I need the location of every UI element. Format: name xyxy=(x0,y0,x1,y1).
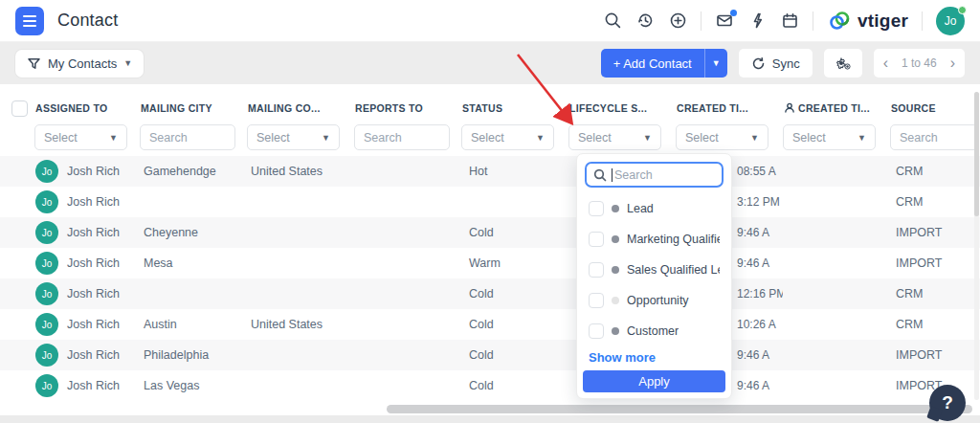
pagination: ‹ 1 to 46 › xyxy=(874,49,965,78)
chevron-down-icon: ▼ xyxy=(109,133,118,143)
add-contact-button[interactable]: + Add Contact xyxy=(601,49,704,78)
mailing-city-cell: Austin xyxy=(140,318,247,331)
toolbar-actions: + Add Contact ▼ Sync ‹ 1 to 46 › xyxy=(601,49,965,78)
option-checkbox[interactable] xyxy=(589,323,604,339)
calendar-icon[interactable] xyxy=(780,11,799,31)
mailing-city-cell: Philadelphia xyxy=(140,348,247,362)
chevron-down-icon: ▼ xyxy=(643,133,652,143)
chevron-down-icon: ▼ xyxy=(858,133,866,143)
status-cell: Warm xyxy=(461,256,568,270)
apply-button[interactable]: Apply xyxy=(583,370,725,392)
assigned-to-name: Josh Rich xyxy=(67,379,120,392)
add-contact-dropdown-toggle[interactable]: ▼ xyxy=(704,49,727,78)
table-row[interactable]: JoJosh RichPhiladelphiaCold9:46 AIMPORT xyxy=(0,340,980,370)
assigned-to-name: Josh Rich xyxy=(67,226,120,239)
status-cell: Cold xyxy=(461,318,568,331)
assigned-to-cell: JoJosh Rich xyxy=(34,374,140,397)
avatar: Jo xyxy=(35,221,58,244)
lifecycle-filter-dropdown: Search LeadMarketing Qualifie...Sales Qu… xyxy=(576,153,732,399)
assigned-to-cell: JoJosh Rich xyxy=(34,160,140,183)
table-filter-row: Select▼ Select▼ Select▼ Select▼ Select▼ … xyxy=(0,124,980,155)
add-record-icon[interactable] xyxy=(668,11,687,31)
list-toolbar: My Contacts ▼ + Add Contact ▼ Sync ‹ 1 t… xyxy=(0,42,980,84)
assigned-to-name: Josh Rich xyxy=(67,195,120,209)
option-checkbox[interactable] xyxy=(589,262,604,278)
horizontal-scrollbar-track xyxy=(0,402,980,415)
option-checkbox[interactable] xyxy=(589,293,604,308)
next-page-button[interactable]: › xyxy=(950,56,955,71)
sync-label: Sync xyxy=(772,56,800,71)
table-row[interactable]: JoJosh RichCheyenneCold9:46 AIMPORT xyxy=(0,217,980,248)
table-row[interactable]: JoJosh RichMesaWarm9:46 AIMPORT xyxy=(0,248,980,278)
option-checkbox[interactable] xyxy=(589,232,604,247)
avatar: Jo xyxy=(35,252,58,275)
source-cell: IMPORT xyxy=(890,226,980,239)
show-more-link[interactable]: Show more xyxy=(583,346,725,370)
list-filter-button[interactable]: My Contacts ▼ xyxy=(15,50,144,78)
filter-search-mailing-city[interactable] xyxy=(140,124,235,150)
filter-search-source[interactable] xyxy=(890,124,978,150)
select-all-checkbox[interactable] xyxy=(11,100,28,117)
dropdown-option[interactable]: Marketing Qualifie... xyxy=(583,224,725,255)
actions-bolt-icon[interactable] xyxy=(747,11,767,31)
table-row[interactable]: JoJosh RichLas VegasCold9:46 AIMPORT xyxy=(0,370,980,401)
option-label: Customer xyxy=(627,324,679,338)
status-cell: Cold xyxy=(461,348,568,362)
assigned-to-name: Josh Rich xyxy=(67,287,120,301)
column-header-created-time-2[interactable]: CREATED TI... xyxy=(783,92,890,124)
column-header-mailing-city[interactable]: MAILING CITY xyxy=(140,92,247,124)
user-avatar[interactable]: Jo xyxy=(936,7,965,35)
table-row[interactable]: JoJosh RichGamehendgeUnited StatesHot08:… xyxy=(0,156,980,187)
mailing-country-cell: United States xyxy=(247,318,354,331)
chevron-down-icon: ▼ xyxy=(123,58,132,68)
avatar: Jo xyxy=(35,190,58,213)
assigned-to-cell: JoJosh Rich xyxy=(34,282,140,305)
vertical-scrollbar-thumb[interactable] xyxy=(974,92,979,216)
option-checkbox[interactable] xyxy=(589,201,604,216)
search-icon[interactable] xyxy=(603,11,622,31)
gear-icon xyxy=(835,56,852,71)
list-settings-button[interactable] xyxy=(824,49,862,78)
dropdown-search-input[interactable]: Search xyxy=(585,162,724,188)
filter-select-mailing-country[interactable]: Select▼ xyxy=(247,124,340,150)
table-row[interactable]: JoJosh RichCold12:16 PMCRM xyxy=(0,278,980,309)
column-header-source[interactable]: SOURCE xyxy=(890,92,980,124)
assigned-to-name: Josh Rich xyxy=(67,348,120,362)
funnel-icon xyxy=(27,56,41,71)
dropdown-option[interactable]: Opportunity xyxy=(583,285,725,316)
status-cell: Cold xyxy=(461,287,568,301)
hamburger-menu-button[interactable] xyxy=(15,7,44,35)
table-row[interactable]: JoJosh Rich3:12 PMCRM xyxy=(0,187,980,217)
filter-select-lifecycle-stage[interactable]: Select▼ xyxy=(568,124,661,150)
prev-page-button[interactable]: ‹ xyxy=(883,56,888,71)
assigned-to-cell: JoJosh Rich xyxy=(34,190,140,213)
column-header-status[interactable]: STATUS xyxy=(461,92,568,124)
filter-select-status[interactable]: Select▼ xyxy=(461,124,554,150)
top-bar: Contact vtiger xyxy=(0,0,980,42)
table-row[interactable]: JoJosh RichAustinUnited StatesCold10:26 … xyxy=(0,309,980,340)
mailing-city-cell: Las Vegas xyxy=(140,379,247,392)
column-header-lifecycle-stage[interactable]: LIFECYCLE S... xyxy=(568,92,676,124)
history-icon[interactable] xyxy=(635,11,655,31)
filter-select-assigned-to[interactable]: Select▼ xyxy=(34,124,127,150)
inbox-icon[interactable] xyxy=(715,11,734,31)
filter-select-created-time[interactable]: Select▼ xyxy=(676,124,768,150)
horizontal-scrollbar-thumb[interactable] xyxy=(387,405,972,413)
dropdown-option[interactable]: Sales Qualified Le... xyxy=(583,255,725,285)
help-button[interactable]: ? xyxy=(929,385,966,421)
filter-search-reports-to[interactable] xyxy=(354,124,450,150)
option-stage-dot xyxy=(612,205,619,212)
status-cell: Cold xyxy=(461,226,568,239)
column-header-reports-to[interactable]: REPORTS TO xyxy=(354,92,461,124)
sync-button[interactable]: Sync xyxy=(739,49,813,78)
column-header-created-time[interactable]: CREATED TI... xyxy=(676,92,783,124)
option-stage-dot xyxy=(612,297,619,304)
column-header-mailing-country[interactable]: MAILING CO... xyxy=(247,92,354,124)
vtiger-logo[interactable]: vtiger xyxy=(827,10,908,33)
filter-select-created-time-2[interactable]: Select▼ xyxy=(783,124,876,150)
column-header-assigned-to[interactable]: ASSIGNED TO xyxy=(34,92,140,124)
dropdown-option[interactable]: Customer xyxy=(583,316,725,346)
assigned-to-cell: JoJosh Rich xyxy=(34,344,140,367)
status-cell: Hot xyxy=(461,165,568,178)
dropdown-option[interactable]: Lead xyxy=(583,193,725,224)
